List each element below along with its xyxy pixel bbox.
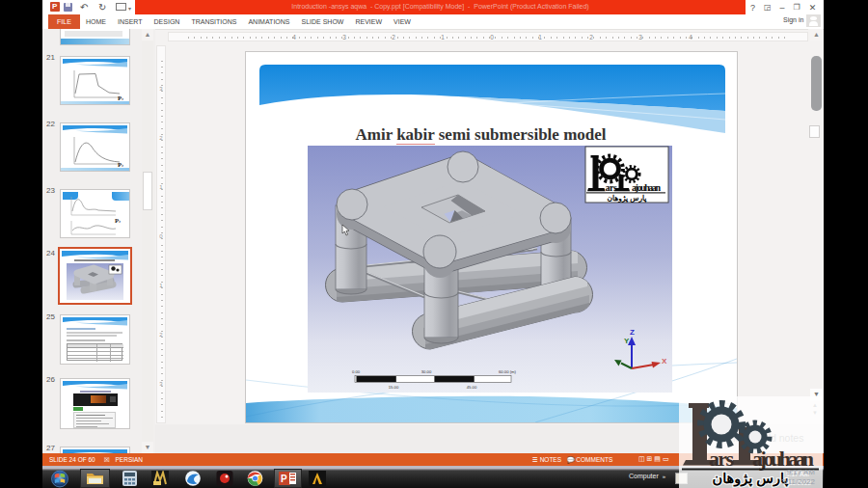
svg-text:0.00: 0.00 [352,369,361,374]
svg-text:P: P [281,474,287,484]
svg-text:3/11/2022: 3/11/2022 [781,477,816,486]
svg-text:9:17 AM: 9:17 AM [787,468,816,476]
svg-text:45.00: 45.00 [467,385,477,390]
svg-text:پارس پژوهان: پارس پژوهان [713,471,789,487]
svg-text:ars: ars [606,182,618,193]
svg-text:ars: ars [709,447,734,471]
svg-text:Z: Z [630,328,635,337]
svg-text:X: X [662,357,667,366]
svg-text:Y: Y [624,337,630,345]
svg-text:پارس پژوهان: پارس پژوهان [608,194,647,203]
svg-text:30.00: 30.00 [421,369,432,374]
svg-text:ajouhaan: ajouhaan [752,447,814,471]
svg-text:15.00: 15.00 [389,385,399,390]
svg-text:ajouhaan: ajouhaan [632,182,661,193]
svg-text:60.00 (m): 60.00 (m) [499,369,517,374]
